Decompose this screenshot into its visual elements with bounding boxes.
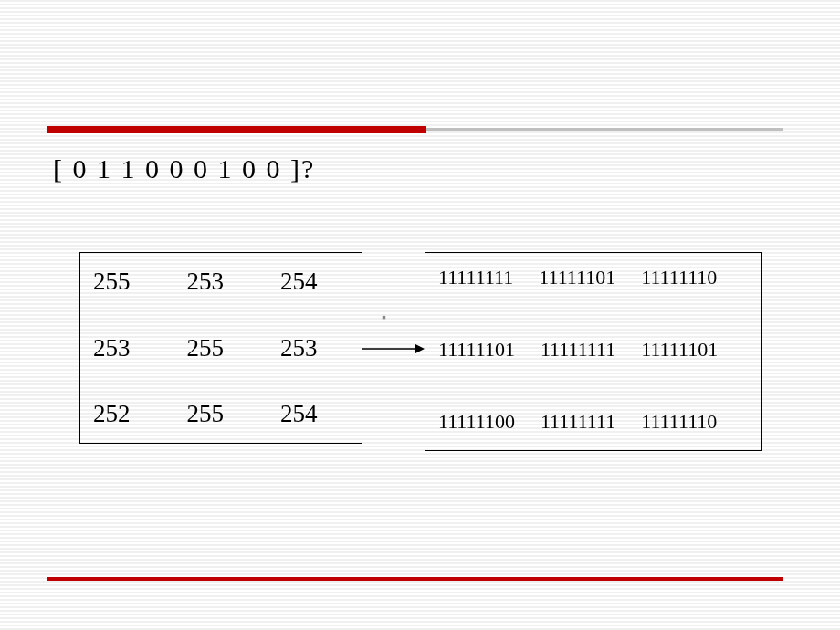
decimal-cell: 253 xyxy=(93,334,131,362)
arrow-icon xyxy=(362,340,425,358)
binary-cell: 11111101 xyxy=(641,338,718,362)
bottom-divider xyxy=(47,577,783,581)
decimal-row-0: 255 253 254 xyxy=(93,268,349,296)
binary-row-0: 11111111 11111101 11111110 xyxy=(438,266,749,289)
decimal-cell: 255 xyxy=(187,400,225,428)
decimal-cell: 253 xyxy=(187,268,225,296)
question-text: [ 0 1 1 0 0 0 1 0 0 ]? xyxy=(53,153,315,184)
binary-row-2: 11111100 11111111 11111110 xyxy=(438,410,749,434)
decimal-cell: 255 xyxy=(93,268,131,296)
binary-cell: 11111100 xyxy=(438,410,515,434)
center-dot: ▪ xyxy=(382,310,386,325)
svg-marker-1 xyxy=(415,344,425,353)
decimal-row-2: 252 255 254 xyxy=(93,400,349,428)
binary-matrix: 11111111 11111101 11111110 11111101 1111… xyxy=(425,252,762,451)
binary-cell: 11111111 xyxy=(438,266,513,289)
top-divider-red xyxy=(47,126,426,133)
slide: [ 0 1 1 0 0 0 1 0 0 ]? ▪ 255 253 254 253… xyxy=(0,0,840,630)
binary-cell: 11111110 xyxy=(641,410,717,434)
top-divider-gray xyxy=(426,128,783,131)
binary-cell: 11111101 xyxy=(539,266,615,289)
decimal-row-1: 253 255 253 xyxy=(93,334,349,362)
top-divider xyxy=(47,126,783,133)
decimal-cell: 255 xyxy=(187,334,225,362)
decimal-cell: 254 xyxy=(280,268,318,296)
binary-row-1: 11111101 11111111 11111101 xyxy=(438,338,749,362)
decimal-cell: 252 xyxy=(93,400,131,428)
binary-cell: 11111101 xyxy=(438,338,515,362)
binary-cell: 11111111 xyxy=(541,410,615,434)
binary-cell: 11111110 xyxy=(641,266,717,289)
decimal-cell: 253 xyxy=(280,334,318,362)
decimal-cell: 254 xyxy=(280,400,318,428)
binary-cell: 11111111 xyxy=(541,338,615,362)
decimal-matrix: 255 253 254 253 255 253 252 255 254 xyxy=(79,252,362,444)
